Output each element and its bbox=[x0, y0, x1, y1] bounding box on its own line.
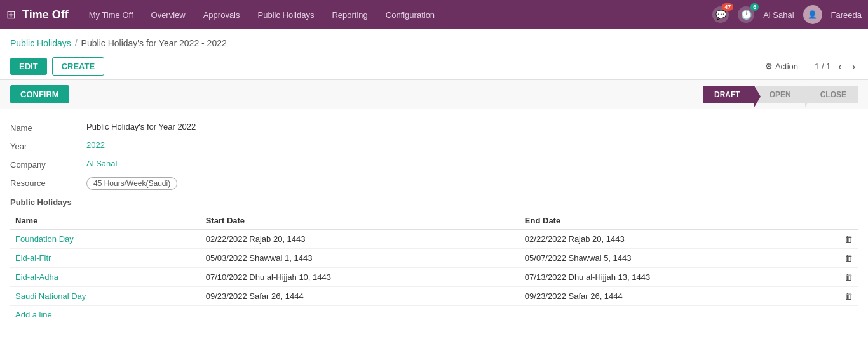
nav-reporting[interactable]: Reporting bbox=[324, 6, 375, 23]
avatar-initials: 👤 bbox=[808, 10, 817, 19]
add-line-button[interactable]: Add a line bbox=[10, 306, 57, 323]
row-start-date: 05/03/2022 Shawwal 1, 1443 bbox=[201, 249, 520, 268]
row-start-date: 09/23/2022 Safar 26, 1444 bbox=[201, 287, 520, 306]
field-year-value[interactable]: 2022 bbox=[86, 140, 105, 150]
prev-page-button[interactable]: ‹ bbox=[836, 61, 844, 72]
clock-badge: 6 bbox=[750, 3, 759, 11]
delete-row-button[interactable]: 🗑 bbox=[839, 249, 858, 268]
delete-row-button[interactable]: 🗑 bbox=[839, 268, 858, 287]
breadcrumb-current: Public Holiday's for Year 2022 - 2022 bbox=[81, 38, 227, 48]
status-pipeline: DRAFT OPEN CLOSE bbox=[703, 86, 858, 103]
field-year-row: Year 2022 bbox=[10, 140, 858, 151]
row-name[interactable]: Eid-al-Fitr bbox=[10, 249, 201, 268]
gear-icon: ⚙ bbox=[765, 62, 773, 71]
col-start-date: Start Date bbox=[201, 212, 520, 230]
nav-overview[interactable]: Overview bbox=[144, 6, 193, 23]
row-end-date: 05/07/2022 Shawwal 5, 1443 bbox=[520, 249, 839, 268]
top-right-actions: 💬 47 🕐 6 Al Sahal 👤 Fareeda bbox=[712, 5, 862, 24]
grid-icon[interactable]: ⊞ bbox=[6, 8, 16, 22]
breadcrumb-separator: / bbox=[75, 38, 78, 48]
row-start-date: 07/10/2022 Dhu al-Hijjah 10, 1443 bbox=[201, 268, 520, 287]
field-name-row: Name Public Holiday's for Year 2022 bbox=[10, 122, 858, 133]
table-row: Eid-al-Adha 07/10/2022 Dhu al-Hijjah 10,… bbox=[10, 268, 858, 287]
breadcrumb: Public Holidays / Public Holiday's for Y… bbox=[0, 29, 868, 53]
status-open[interactable]: OPEN bbox=[756, 86, 805, 103]
delete-row-button[interactable]: 🗑 bbox=[839, 230, 858, 249]
nav-approvals[interactable]: Approvals bbox=[196, 6, 248, 23]
row-name[interactable]: Foundation Day bbox=[10, 230, 201, 249]
nav-my-time-off[interactable]: My Time Off bbox=[81, 6, 141, 23]
company-name: Al Sahal bbox=[763, 10, 794, 20]
action-button[interactable]: ⚙ Action bbox=[759, 58, 804, 75]
nav-links: My Time Off Overview Approvals Public Ho… bbox=[81, 6, 712, 23]
field-resource-row: Resource 45 Hours/Week(Saudi) bbox=[10, 177, 858, 190]
table-row: Saudi National Day 09/23/2022 Safar 26, … bbox=[10, 287, 858, 306]
holidays-section-title: Public Holidays bbox=[10, 197, 858, 207]
status-close[interactable]: CLOSE bbox=[806, 86, 858, 103]
table-row: Eid-al-Fitr 05/03/2022 Shawwal 1, 1443 0… bbox=[10, 249, 858, 268]
field-company-label: Company bbox=[10, 159, 86, 170]
action-label: Action bbox=[775, 62, 798, 71]
field-company-row: Company Al Sahal bbox=[10, 159, 858, 170]
field-name-label: Name bbox=[10, 122, 86, 133]
edit-button[interactable]: EDIT bbox=[10, 58, 47, 75]
field-resource-label: Resource bbox=[10, 177, 86, 188]
row-name[interactable]: Eid-al-Adha bbox=[10, 268, 201, 287]
messages-badge: 47 bbox=[722, 3, 733, 11]
table-row: Foundation Day 02/22/2022 Rajab 20, 1443… bbox=[10, 230, 858, 249]
pagination-text: 1 / 1 bbox=[815, 62, 831, 71]
user-avatar[interactable]: 👤 bbox=[803, 5, 822, 24]
holidays-table: Name Start Date End Date Foundation Day … bbox=[10, 212, 858, 306]
user-name: Fareeda bbox=[831, 10, 862, 20]
brand-title[interactable]: Time Off bbox=[22, 8, 69, 22]
field-name-value: Public Holiday's for Year 2022 bbox=[86, 122, 196, 131]
col-name: Name bbox=[10, 212, 201, 230]
confirm-button[interactable]: CONFIRM bbox=[10, 85, 69, 103]
draft-label: DRAFT bbox=[714, 90, 740, 99]
breadcrumb-parent[interactable]: Public Holidays bbox=[10, 38, 71, 48]
close-label: CLOSE bbox=[820, 90, 846, 99]
row-end-date: 07/13/2022 Dhu al-Hijjah 13, 1443 bbox=[520, 268, 839, 287]
field-company-value[interactable]: Al Sahal bbox=[86, 159, 117, 168]
row-end-date: 02/22/2022 Rajab 20, 1443 bbox=[520, 230, 839, 249]
open-label: OPEN bbox=[770, 90, 791, 99]
delete-row-button[interactable]: 🗑 bbox=[839, 287, 858, 306]
row-end-date: 09/23/2022 Safar 26, 1444 bbox=[520, 287, 839, 306]
status-draft[interactable]: DRAFT bbox=[703, 86, 754, 103]
create-button[interactable]: CREATE bbox=[52, 57, 104, 76]
nav-public-holidays[interactable]: Public Holidays bbox=[250, 6, 322, 23]
field-resource-tag[interactable]: 45 Hours/Week(Saudi) bbox=[86, 177, 177, 190]
clock-button[interactable]: 🕐 6 bbox=[738, 6, 754, 23]
col-end-date: End Date bbox=[520, 212, 839, 230]
nav-configuration[interactable]: Configuration bbox=[378, 6, 442, 23]
form-content: Name Public Holiday's for Year 2022 Year… bbox=[0, 109, 868, 336]
action-bar: EDIT CREATE ⚙ Action 1 / 1 ‹ › bbox=[0, 53, 868, 80]
row-name[interactable]: Saudi National Day bbox=[10, 287, 201, 306]
add-line-label: Add a line bbox=[15, 310, 52, 319]
messages-button[interactable]: 💬 47 bbox=[712, 6, 729, 23]
pagination: 1 / 1 ‹ › bbox=[815, 61, 858, 72]
next-page-button[interactable]: › bbox=[850, 61, 858, 72]
status-strip: CONFIRM DRAFT OPEN CLOSE bbox=[0, 80, 868, 109]
row-start-date: 02/22/2022 Rajab 20, 1443 bbox=[201, 230, 520, 249]
field-year-label: Year bbox=[10, 140, 86, 151]
top-navigation: ⊞ Time Off My Time Off Overview Approval… bbox=[0, 0, 868, 29]
